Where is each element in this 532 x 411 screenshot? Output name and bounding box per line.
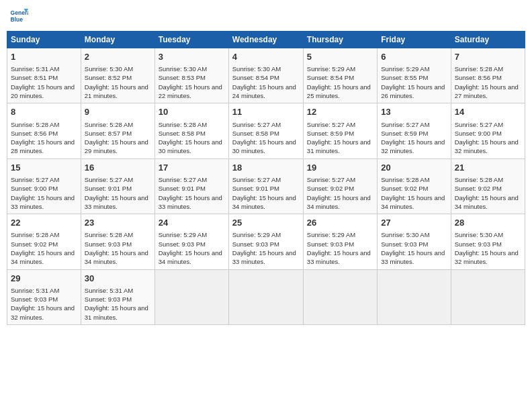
day-number: 19 [307, 162, 373, 174]
day-number: 18 [232, 162, 300, 174]
day-number: 17 [159, 162, 225, 174]
calendar-body: 1Sunrise: 5:31 AMSunset: 8:51 PMDaylight… [7, 48, 525, 325]
day-detail: Sunrise: 5:27 AMSunset: 8:58 PMDaylight:… [232, 120, 300, 156]
calendar-cell-5-7 [451, 269, 525, 324]
calendar-cell-5-2: 30Sunrise: 5:31 AMSunset: 9:03 PMDayligh… [81, 269, 154, 324]
logo-icon: General Blue [9, 7, 28, 26]
calendar-week-2: 8Sunrise: 5:28 AMSunset: 8:56 PMDaylight… [7, 103, 525, 158]
day-detail: Sunrise: 5:29 AMSunset: 9:03 PMDaylight:… [159, 230, 225, 266]
day-number: 9 [85, 106, 151, 118]
day-number: 3 [159, 51, 225, 63]
header-saturday: Saturday [451, 32, 525, 48]
calendar-cell-5-6 [378, 269, 451, 324]
calendar-cell-5-3 [154, 269, 228, 324]
calendar-cell-1-4: 4Sunrise: 5:30 AMSunset: 8:54 PMDaylight… [228, 48, 303, 103]
day-number: 5 [307, 51, 373, 63]
calendar-cell-3-7: 21Sunrise: 5:28 AMSunset: 9:02 PMDayligh… [451, 158, 525, 214]
calendar-cell-1-1: 1Sunrise: 5:31 AMSunset: 8:51 PMDaylight… [7, 48, 81, 103]
day-number: 8 [11, 106, 77, 118]
calendar-cell-3-5: 19Sunrise: 5:27 AMSunset: 9:02 PMDayligh… [303, 158, 377, 214]
calendar-cell-3-3: 17Sunrise: 5:27 AMSunset: 9:01 PMDayligh… [154, 158, 228, 214]
calendar-cell-4-6: 27Sunrise: 5:30 AMSunset: 9:03 PMDayligh… [378, 214, 451, 269]
day-detail: Sunrise: 5:28 AMSunset: 8:57 PMDaylight:… [85, 120, 151, 156]
calendar-cell-3-2: 16Sunrise: 5:27 AMSunset: 9:01 PMDayligh… [81, 158, 154, 214]
day-number: 28 [455, 217, 521, 229]
page-header: General Blue [7, 7, 525, 26]
calendar-cell-1-3: 3Sunrise: 5:30 AMSunset: 8:53 PMDaylight… [154, 48, 228, 103]
calendar-cell-2-7: 14Sunrise: 5:27 AMSunset: 9:00 PMDayligh… [451, 103, 525, 158]
day-number: 30 [85, 273, 151, 285]
day-detail: Sunrise: 5:28 AMSunset: 9:02 PMDaylight:… [11, 230, 77, 266]
day-detail: Sunrise: 5:30 AMSunset: 8:52 PMDaylight:… [85, 64, 151, 100]
day-number: 15 [11, 162, 77, 174]
day-detail: Sunrise: 5:28 AMSunset: 9:03 PMDaylight:… [85, 230, 151, 266]
day-number: 22 [11, 217, 77, 229]
day-number: 12 [307, 106, 373, 118]
calendar-cell-3-6: 20Sunrise: 5:28 AMSunset: 9:02 PMDayligh… [378, 158, 451, 214]
day-number: 24 [159, 217, 225, 229]
day-detail: Sunrise: 5:29 AMSunset: 9:03 PMDaylight:… [307, 230, 373, 266]
calendar-week-3: 15Sunrise: 5:27 AMSunset: 9:00 PMDayligh… [7, 158, 525, 214]
day-detail: Sunrise: 5:28 AMSunset: 8:58 PMDaylight:… [159, 120, 225, 156]
calendar-cell-1-2: 2Sunrise: 5:30 AMSunset: 8:52 PMDaylight… [81, 48, 154, 103]
day-number: 21 [455, 162, 521, 174]
day-number: 20 [381, 162, 447, 174]
day-detail: Sunrise: 5:27 AMSunset: 9:01 PMDaylight:… [159, 175, 225, 211]
logo: General Blue [9, 7, 28, 26]
day-detail: Sunrise: 5:30 AMSunset: 8:53 PMDaylight:… [159, 64, 225, 100]
day-number: 6 [381, 51, 447, 63]
calendar-cell-2-5: 12Sunrise: 5:27 AMSunset: 8:59 PMDayligh… [303, 103, 377, 158]
day-detail: Sunrise: 5:27 AMSunset: 8:59 PMDaylight:… [307, 120, 373, 156]
calendar-cell-2-4: 11Sunrise: 5:27 AMSunset: 8:58 PMDayligh… [228, 103, 303, 158]
day-number: 16 [85, 162, 151, 174]
day-number: 2 [85, 51, 151, 63]
day-detail: Sunrise: 5:28 AMSunset: 8:56 PMDaylight:… [11, 120, 77, 156]
calendar-cell-1-7: 7Sunrise: 5:28 AMSunset: 8:56 PMDaylight… [451, 48, 525, 103]
day-detail: Sunrise: 5:31 AMSunset: 9:03 PMDaylight:… [85, 286, 151, 322]
day-number: 7 [455, 51, 521, 63]
calendar-cell-4-7: 28Sunrise: 5:30 AMSunset: 9:03 PMDayligh… [451, 214, 525, 269]
day-detail: Sunrise: 5:31 AMSunset: 9:03 PMDaylight:… [11, 286, 77, 322]
header-wednesday: Wednesday [228, 32, 303, 48]
calendar-week-4: 22Sunrise: 5:28 AMSunset: 9:02 PMDayligh… [7, 214, 525, 269]
calendar-cell-2-6: 13Sunrise: 5:27 AMSunset: 8:59 PMDayligh… [378, 103, 451, 158]
day-number: 27 [381, 217, 447, 229]
day-number: 10 [159, 106, 225, 118]
day-number: 25 [232, 217, 300, 229]
calendar-week-5: 29Sunrise: 5:31 AMSunset: 9:03 PMDayligh… [7, 269, 525, 324]
calendar-week-1: 1Sunrise: 5:31 AMSunset: 8:51 PMDaylight… [7, 48, 525, 103]
calendar-cell-5-5 [303, 269, 377, 324]
day-detail: Sunrise: 5:27 AMSunset: 8:59 PMDaylight:… [381, 120, 447, 156]
calendar-cell-4-3: 24Sunrise: 5:29 AMSunset: 9:03 PMDayligh… [154, 214, 228, 269]
calendar-cell-4-1: 22Sunrise: 5:28 AMSunset: 9:02 PMDayligh… [7, 214, 81, 269]
day-detail: Sunrise: 5:30 AMSunset: 8:54 PMDaylight:… [232, 64, 300, 100]
day-detail: Sunrise: 5:29 AMSunset: 8:54 PMDaylight:… [307, 64, 373, 100]
header-monday: Monday [81, 32, 154, 48]
day-detail: Sunrise: 5:27 AMSunset: 9:00 PMDaylight:… [11, 175, 77, 211]
day-detail: Sunrise: 5:28 AMSunset: 8:56 PMDaylight:… [455, 64, 521, 100]
day-number: 23 [85, 217, 151, 229]
day-number: 13 [381, 106, 447, 118]
day-number: 11 [232, 106, 300, 118]
calendar-cell-2-1: 8Sunrise: 5:28 AMSunset: 8:56 PMDaylight… [7, 103, 81, 158]
calendar-cell-4-2: 23Sunrise: 5:28 AMSunset: 9:03 PMDayligh… [81, 214, 154, 269]
calendar-cell-1-6: 6Sunrise: 5:29 AMSunset: 8:55 PMDaylight… [378, 48, 451, 103]
calendar-table: SundayMondayTuesdayWednesdayThursdayFrid… [7, 31, 525, 325]
calendar-cell-3-1: 15Sunrise: 5:27 AMSunset: 9:00 PMDayligh… [7, 158, 81, 214]
calendar-cell-1-5: 5Sunrise: 5:29 AMSunset: 8:54 PMDaylight… [303, 48, 377, 103]
day-detail: Sunrise: 5:28 AMSunset: 9:02 PMDaylight:… [455, 175, 521, 211]
day-detail: Sunrise: 5:29 AMSunset: 9:03 PMDaylight:… [232, 230, 300, 266]
header-tuesday: Tuesday [154, 32, 228, 48]
day-detail: Sunrise: 5:31 AMSunset: 8:51 PMDaylight:… [11, 64, 77, 100]
calendar-cell-5-1: 29Sunrise: 5:31 AMSunset: 9:03 PMDayligh… [7, 269, 81, 324]
day-number: 1 [11, 51, 77, 63]
header-thursday: Thursday [303, 32, 377, 48]
calendar-header-row: SundayMondayTuesdayWednesdayThursdayFrid… [7, 32, 525, 48]
day-number: 29 [11, 273, 77, 285]
day-detail: Sunrise: 5:27 AMSunset: 9:01 PMDaylight:… [85, 175, 151, 211]
header-sunday: Sunday [7, 32, 81, 48]
calendar-cell-2-3: 10Sunrise: 5:28 AMSunset: 8:58 PMDayligh… [154, 103, 228, 158]
day-detail: Sunrise: 5:30 AMSunset: 9:03 PMDaylight:… [381, 230, 447, 266]
day-number: 4 [232, 51, 300, 63]
day-detail: Sunrise: 5:27 AMSunset: 9:00 PMDaylight:… [455, 120, 521, 156]
